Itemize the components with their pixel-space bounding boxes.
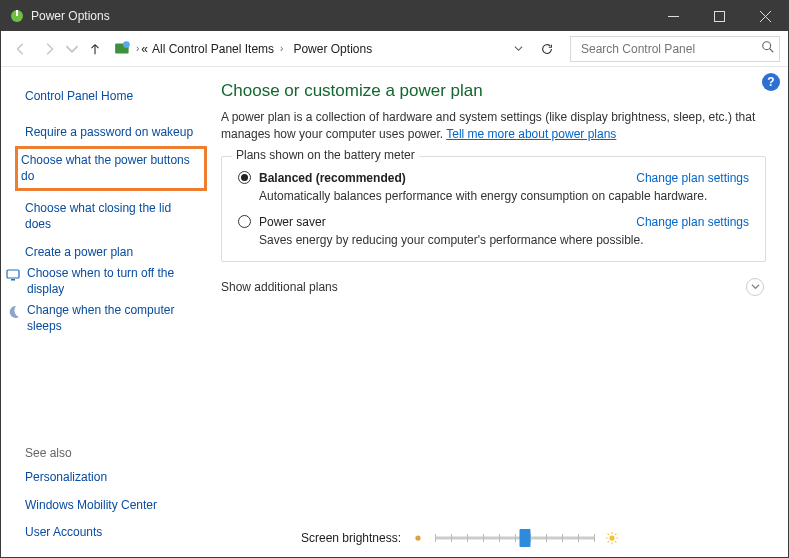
up-button[interactable] bbox=[83, 37, 107, 61]
sidebar-require-password[interactable]: Require a password on wakeup bbox=[25, 119, 197, 147]
radio-balanced[interactable] bbox=[238, 171, 251, 184]
maximize-button[interactable] bbox=[696, 1, 742, 31]
sidebar: Control Panel Home Require a password on… bbox=[1, 67, 211, 557]
radio-power-saver[interactable] bbox=[238, 215, 251, 228]
search-box[interactable] bbox=[570, 36, 780, 62]
brightness-slider[interactable] bbox=[435, 529, 595, 547]
change-settings-power-saver[interactable]: Change plan settings bbox=[636, 215, 749, 229]
svg-rect-8 bbox=[11, 279, 15, 281]
sidebar-power-buttons[interactable]: Choose what the power buttons do bbox=[21, 153, 196, 184]
plan-desc-power-saver: Saves energy by reducing your computer's… bbox=[259, 233, 749, 247]
breadcrumb-bar[interactable]: › « All Control Panel Items› Power Optio… bbox=[111, 36, 530, 62]
svg-point-10 bbox=[609, 535, 614, 540]
chevron-right-icon[interactable]: › bbox=[134, 43, 141, 54]
see-also-label: See also bbox=[25, 438, 197, 464]
plan-name-balanced[interactable]: Balanced (recommended) bbox=[259, 171, 406, 185]
plan-balanced: Balanced (recommended) Change plan setti… bbox=[238, 171, 749, 203]
sun-dim-icon bbox=[411, 531, 425, 545]
breadcrumb-dropdown[interactable] bbox=[510, 42, 529, 56]
recent-dropdown[interactable] bbox=[65, 37, 79, 61]
svg-rect-1 bbox=[16, 10, 18, 16]
control-panel-icon bbox=[114, 40, 132, 58]
sidebar-closing-lid[interactable]: Choose what closing the lid does bbox=[25, 195, 197, 238]
groupbox-legend: Plans shown on the battery meter bbox=[232, 148, 419, 162]
close-button[interactable] bbox=[742, 1, 788, 31]
show-additional-label: Show additional plans bbox=[221, 280, 338, 294]
breadcrumb-item-all[interactable]: All Control Panel Items bbox=[152, 42, 274, 56]
brightness-label: Screen brightness: bbox=[301, 531, 401, 545]
svg-point-5 bbox=[123, 41, 130, 48]
expand-icon[interactable] bbox=[746, 278, 764, 296]
sun-bright-icon bbox=[605, 531, 619, 545]
see-also-personalization[interactable]: Personalization bbox=[25, 464, 197, 492]
forward-button[interactable] bbox=[37, 37, 61, 61]
window-title: Power Options bbox=[31, 9, 650, 23]
app-icon bbox=[9, 8, 25, 24]
search-input[interactable] bbox=[579, 41, 761, 57]
title-bar: Power Options bbox=[1, 1, 788, 31]
back-button[interactable] bbox=[9, 37, 33, 61]
plans-groupbox: Plans shown on the battery meter Balance… bbox=[221, 156, 766, 262]
nav-bar: › « All Control Panel Items› Power Optio… bbox=[1, 31, 788, 67]
change-settings-balanced[interactable]: Change plan settings bbox=[636, 171, 749, 185]
breadcrumb-item-power[interactable]: Power Options bbox=[293, 42, 372, 56]
slider-thumb[interactable] bbox=[519, 529, 530, 547]
page-description: A power plan is a collection of hardware… bbox=[221, 109, 766, 144]
chevron-right-icon[interactable]: › bbox=[278, 43, 285, 54]
control-panel-home-link[interactable]: Control Panel Home bbox=[25, 83, 197, 119]
see-also-user-accounts[interactable]: User Accounts bbox=[25, 519, 197, 547]
show-additional-row[interactable]: Show additional plans bbox=[221, 278, 766, 296]
svg-rect-2 bbox=[668, 16, 679, 17]
breadcrumb-back[interactable]: « bbox=[141, 42, 148, 56]
sidebar-turn-off-display[interactable]: Choose when to turn off the display bbox=[27, 266, 197, 303]
page-heading: Choose or customize a power plan bbox=[221, 81, 766, 101]
see-also-mobility[interactable]: Windows Mobility Center bbox=[25, 492, 197, 520]
svg-rect-7 bbox=[7, 270, 19, 278]
brightness-control: Screen brightness: bbox=[301, 529, 619, 547]
sidebar-create-plan[interactable]: Create a power plan bbox=[25, 239, 197, 267]
refresh-button[interactable] bbox=[534, 36, 560, 62]
svg-rect-3 bbox=[714, 11, 724, 21]
main-panel: Choose or customize a power plan A power… bbox=[211, 67, 788, 557]
minimize-button[interactable] bbox=[650, 1, 696, 31]
svg-point-6 bbox=[763, 42, 771, 50]
monitor-icon bbox=[5, 267, 21, 283]
moon-icon bbox=[5, 304, 21, 320]
plan-power-saver: Power saver Change plan settings Saves e… bbox=[238, 215, 749, 247]
sidebar-computer-sleeps[interactable]: Change when the computer sleeps bbox=[27, 303, 197, 340]
search-icon[interactable] bbox=[761, 40, 775, 57]
highlighted-item: Choose what the power buttons do bbox=[15, 146, 207, 191]
plan-name-power-saver[interactable]: Power saver bbox=[259, 215, 326, 229]
plan-desc-balanced: Automatically balances performance with … bbox=[259, 189, 749, 203]
tell-me-more-link[interactable]: Tell me more about power plans bbox=[446, 127, 616, 141]
svg-point-9 bbox=[415, 535, 420, 540]
